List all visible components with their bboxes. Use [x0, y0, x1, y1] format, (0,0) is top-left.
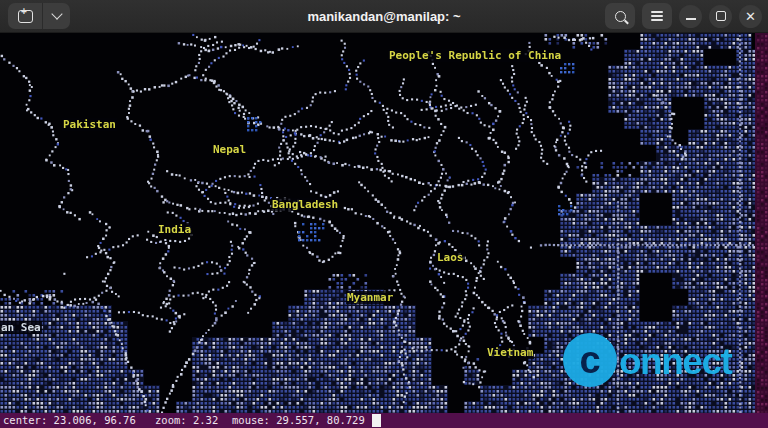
titlebar: manikandan@manilap: ~ ✕	[0, 0, 768, 33]
magnifier-icon	[615, 11, 626, 22]
status-zoom: zoom: 2.32	[155, 414, 218, 426]
maximize-button[interactable]	[709, 5, 732, 28]
titlebar-actions: ✕	[605, 3, 762, 29]
connect-watermark: c onnect	[563, 333, 731, 387]
terminal-window: manikandan@manilap: ~ ✕ People's Republi…	[0, 0, 768, 428]
terminal-cursor	[372, 414, 381, 427]
map-label-myanmar: Myanmar	[346, 291, 394, 304]
square-icon	[716, 11, 726, 21]
map-label-vietnam: Vietnam	[486, 346, 534, 359]
map-label-india: India	[157, 223, 192, 236]
status-mouse: mouse: 29.557, 80.729	[232, 414, 365, 426]
menu-button[interactable]	[642, 3, 672, 29]
map-label-china: People's Republic of China	[388, 49, 562, 62]
statusbar: center: 23.006, 96.76 zoom: 2.32 mouse: …	[0, 413, 768, 428]
map-label-pakistan: Pakistan	[62, 118, 117, 131]
close-button[interactable]: ✕	[739, 5, 762, 28]
connect-logo-text: onnect	[619, 341, 731, 383]
terminal-map-area[interactable]: People's Republic of ChinaPakistanNepalB…	[0, 33, 768, 413]
map-label-nepal: Nepal	[212, 143, 247, 156]
map-label-bangladesh: Bangladesh	[271, 198, 339, 211]
hamburger-icon	[651, 11, 663, 21]
status-center: center: 23.006, 96.76	[3, 414, 136, 426]
connect-logo-icon: c	[563, 333, 617, 387]
dash-icon	[686, 18, 696, 20]
cross-icon: ✕	[745, 10, 756, 23]
minimize-button[interactable]	[679, 5, 702, 28]
map-label-laos: Laos	[436, 251, 465, 264]
search-button[interactable]	[605, 3, 635, 29]
map-label-arabian-sea: an Sea	[0, 321, 42, 334]
